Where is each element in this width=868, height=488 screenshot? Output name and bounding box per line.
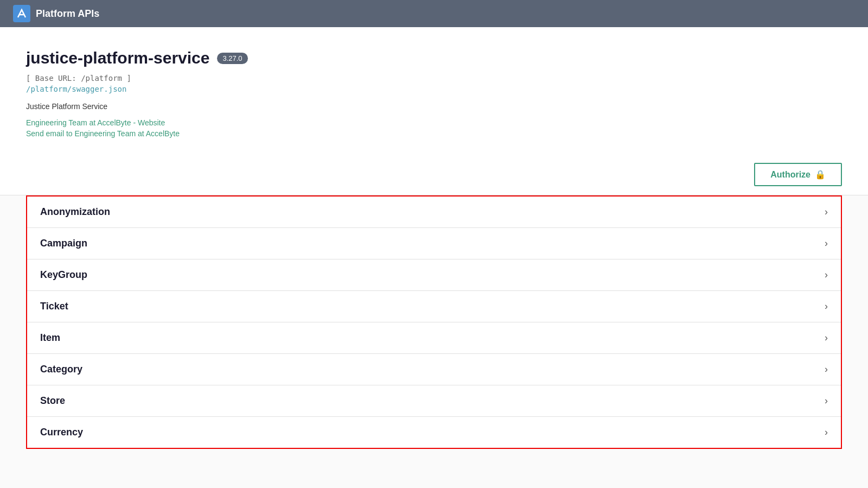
app-title: Platform APIs xyxy=(36,8,99,20)
api-group-item[interactable]: Store› xyxy=(27,385,841,417)
api-group-label: Item xyxy=(40,332,60,344)
service-name: justice-platform-service xyxy=(26,49,209,67)
service-description: Justice Platform Service xyxy=(26,102,842,111)
logo-icon xyxy=(13,5,30,22)
chevron-right-icon: › xyxy=(825,427,828,438)
contact-links: Engineering Team at AccelByte - Website … xyxy=(26,118,842,138)
app-header: Platform APIs xyxy=(0,0,868,27)
authorize-button[interactable]: Authorize 🔒 xyxy=(754,163,842,186)
chevron-right-icon: › xyxy=(825,301,828,312)
api-group-label: Ticket xyxy=(40,301,68,312)
chevron-right-icon: › xyxy=(825,206,828,218)
chevron-right-icon: › xyxy=(825,364,828,375)
authorize-section: Authorize 🔒 xyxy=(0,154,868,195)
chevron-right-icon: › xyxy=(825,269,828,281)
logo: Platform APIs xyxy=(13,5,99,22)
email-link[interactable]: Send email to Engineering Team at AccelB… xyxy=(26,129,842,138)
api-group-item[interactable]: Category› xyxy=(27,354,841,385)
api-group-item[interactable]: Item› xyxy=(27,322,841,354)
api-group-label: Anonymization xyxy=(40,206,110,218)
api-groups-container: Anonymization›Campaign›KeyGroup›Ticket›I… xyxy=(26,195,842,449)
version-badge: 3.27.0 xyxy=(217,53,247,64)
api-group-label: Currency xyxy=(40,427,83,438)
website-link[interactable]: Engineering Team at AccelByte - Website xyxy=(26,118,842,127)
swagger-link[interactable]: /platform/swagger.json xyxy=(26,85,842,93)
chevron-right-icon: › xyxy=(825,395,828,407)
api-group-label: KeyGroup xyxy=(40,269,87,281)
chevron-right-icon: › xyxy=(825,238,828,249)
api-group-item[interactable]: Campaign› xyxy=(27,228,841,259)
api-groups-section: Anonymization›Campaign›KeyGroup›Ticket›I… xyxy=(0,195,868,471)
lock-icon: 🔒 xyxy=(815,169,826,180)
api-group-label: Category xyxy=(40,364,82,375)
chevron-right-icon: › xyxy=(825,332,828,344)
api-group-label: Store xyxy=(40,395,65,407)
api-group-item[interactable]: Anonymization› xyxy=(27,197,841,228)
api-group-item[interactable]: Ticket› xyxy=(27,291,841,322)
service-info-section: justice-platform-service 3.27.0 [ Base U… xyxy=(0,27,868,154)
api-group-item[interactable]: Currency› xyxy=(27,417,841,448)
base-url: [ Base URL: /platform ] xyxy=(26,74,842,83)
api-group-label: Campaign xyxy=(40,238,87,249)
api-group-item[interactable]: KeyGroup› xyxy=(27,259,841,291)
authorize-label: Authorize xyxy=(770,170,810,180)
service-title-row: justice-platform-service 3.27.0 xyxy=(26,49,842,67)
